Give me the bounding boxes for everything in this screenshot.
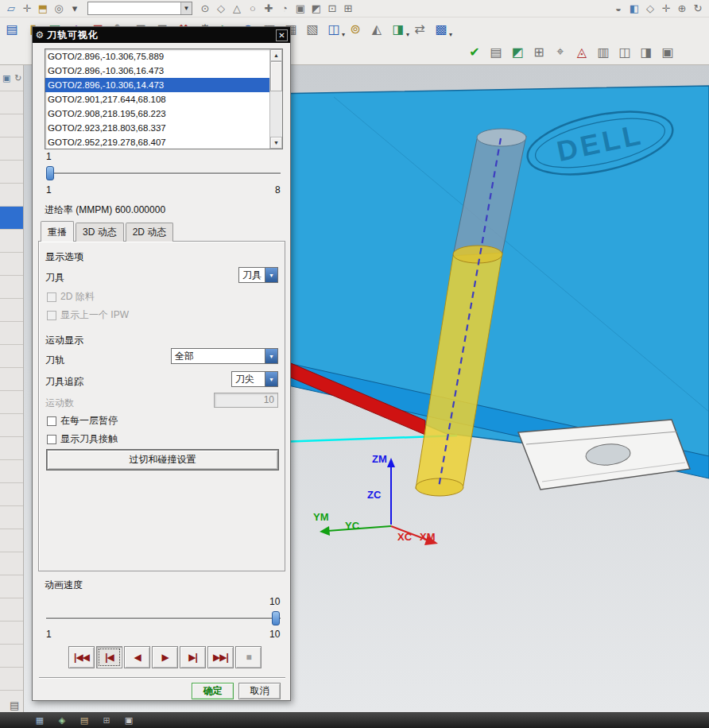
status-message-icon[interactable]: ▣	[122, 714, 135, 726]
sidebar-row[interactable]	[0, 668, 23, 691]
checkbox-icon[interactable]	[47, 292, 56, 302]
sidebar-row[interactable]	[0, 161, 23, 184]
checkbox-2d-removal[interactable]: 2D 除料	[47, 290, 95, 304]
checkbox-pause-each-level[interactable]: 在每一层暂停	[47, 414, 118, 428]
tool-combo[interactable]: 刀具 ▼	[238, 267, 278, 283]
stop-button[interactable]: ■	[235, 646, 262, 668]
group-icon[interactable]: ◩	[508, 42, 527, 61]
extrude-icon[interactable]: ⬒	[35, 1, 51, 17]
step-back-button[interactable]: |◀	[96, 646, 122, 668]
speed-slider-track[interactable]	[46, 618, 281, 619]
goto-line[interactable]: GOTO/2.923,218.803,68.337	[45, 121, 269, 135]
goto-list-scrollbar[interactable]: ▲ ▼	[269, 49, 282, 149]
workpiece-icon[interactable]: ◨▾	[389, 19, 408, 38]
snap-point-icon[interactable]: ⊙	[197, 1, 213, 17]
chevron-down-icon[interactable]: ▼	[265, 268, 277, 282]
snap-face-icon[interactable]: ⊡	[324, 1, 340, 17]
rotate-view-icon[interactable]: ↻	[690, 1, 706, 17]
tool-display-icon[interactable]: ◭	[367, 19, 386, 38]
play-backward-button[interactable]: ◀	[124, 646, 150, 668]
status-layer-icon[interactable]: ▤	[78, 714, 91, 726]
note-icon[interactable]: ▥	[594, 42, 613, 61]
snap-intersection-icon[interactable]: ✚	[261, 1, 277, 17]
progress-slider-track[interactable]	[46, 172, 281, 174]
checkbox-icon[interactable]	[47, 311, 56, 320]
sidebar-row[interactable]	[0, 483, 23, 506]
layer-settings-icon[interactable]: ▤	[486, 42, 506, 61]
sidebar-row[interactable]	[0, 575, 23, 598]
list-toolpath-icon[interactable]: ▧	[303, 19, 322, 38]
goto-list[interactable]: ▲ ▼ GOTO/2.896,-10.306,75.889GOTO/2.896,…	[45, 48, 283, 149]
sidebar-row[interactable]	[0, 598, 23, 622]
sidebar-row[interactable]	[0, 322, 23, 345]
sidebar-row[interactable]	[0, 207, 23, 230]
goto-line[interactable]: GOTO/2.896,-10.306,75.889	[45, 49, 269, 64]
output-cls-icon[interactable]: ▩▾	[432, 19, 451, 38]
goto-line[interactable]: GOTO/2.896,-10.306,14.473	[45, 78, 269, 92]
sidebar-row[interactable]	[0, 460, 23, 483]
sidebar-row[interactable]	[0, 529, 23, 552]
ok-button[interactable]: 确定	[192, 683, 234, 699]
sidebar-row[interactable]	[0, 368, 23, 391]
close-icon[interactable]: ✕	[276, 29, 288, 41]
snap-center-icon[interactable]: ○	[245, 1, 261, 17]
goto-line[interactable]: GOTO/2.896,-10.306,16.473	[45, 64, 269, 78]
tab-重播[interactable]: 重播	[41, 221, 74, 242]
snap-edge-icon[interactable]: ◩	[308, 1, 324, 17]
status-grid-icon[interactable]: ⊞	[100, 714, 113, 726]
progress-slider[interactable]	[46, 165, 281, 181]
hole-icon[interactable]: ◎	[51, 1, 67, 17]
motion-count-field[interactable]: 10	[214, 393, 278, 408]
snap-quadrant-icon[interactable]: ◔	[277, 1, 293, 17]
play-forward-button[interactable]: ▶	[152, 646, 178, 668]
checkbox-icon[interactable]	[47, 416, 56, 426]
sidebar-row[interactable]	[0, 437, 23, 460]
sidebar-row[interactable]	[0, 414, 23, 437]
sidebar-row[interactable]	[0, 230, 23, 253]
snap-grid-icon[interactable]: ⊞	[340, 1, 356, 17]
checkbox-show-contact[interactable]: 显示刀具接触	[47, 432, 118, 446]
feeds-speeds-icon[interactable]: ⊚	[346, 19, 365, 38]
transform-path-icon[interactable]: ⇄	[410, 19, 429, 38]
history-icon[interactable]: ↻	[14, 72, 24, 83]
sidebar-row[interactable]	[0, 345, 23, 368]
sidebar-row[interactable]	[0, 253, 23, 276]
grid-icon[interactable]: ⊞	[529, 42, 548, 61]
display-mode-icon[interactable]: ▣	[658, 42, 677, 61]
orient-view-icon[interactable]: ◒	[610, 1, 626, 17]
snap-node-icon[interactable]: ▣	[293, 1, 308, 17]
create-program-icon[interactable]: ▤	[2, 19, 21, 38]
chevron-down-icon[interactable]: ▼	[180, 2, 192, 14]
flag-icon[interactable]: ◬	[572, 42, 591, 61]
sidebar-row[interactable]	[0, 622, 23, 645]
accept-icon[interactable]: ✔	[465, 42, 484, 61]
selection-filter-combo[interactable]: ▼	[87, 2, 192, 15]
sidebar-row[interactable]	[0, 91, 23, 114]
sidebar-row[interactable]	[0, 276, 23, 299]
tool-track-combo[interactable]: 刀尖 ▼	[231, 371, 278, 387]
clipboard-icon[interactable]: ▤	[10, 699, 19, 711]
checkbox-icon[interactable]	[47, 435, 56, 444]
scroll-down-icon[interactable]: ▼	[270, 137, 282, 149]
sidebar-row[interactable]	[0, 506, 23, 529]
sidebar-row[interactable]	[0, 137, 23, 161]
checkbox-show-ipw[interactable]: 显示上一个 IPW	[47, 308, 129, 322]
info-icon[interactable]: ◫	[615, 42, 634, 61]
sidebar-row[interactable]	[0, 299, 23, 322]
zoom-icon[interactable]: ⊕	[674, 1, 690, 17]
speed-slider-thumb[interactable]	[272, 611, 280, 625]
sidebar-row[interactable]	[0, 114, 23, 137]
snap-midpoint-icon[interactable]: △	[229, 1, 245, 17]
toolpath-combo[interactable]: 全部 ▼	[171, 348, 278, 364]
go-to-end-button[interactable]: ▶▶|	[207, 646, 234, 668]
tab-2D 动态[interactable]: 2D 动态	[126, 223, 174, 242]
roles-icon[interactable]: ▣	[2, 72, 12, 83]
datum-csys-icon[interactable]: ✛	[19, 1, 35, 17]
go-to-start-button[interactable]: |◀◀	[68, 646, 95, 668]
snap-endpoint-icon[interactable]: ◇	[213, 1, 229, 17]
sidebar-row[interactable]	[0, 645, 23, 668]
sidebar-row[interactable]	[0, 184, 23, 207]
sidebar-row[interactable]	[0, 552, 23, 575]
target-point-icon[interactable]: ⌖	[551, 42, 570, 61]
goto-line[interactable]: GOTO/2.952,219.278,68.407	[45, 135, 269, 149]
